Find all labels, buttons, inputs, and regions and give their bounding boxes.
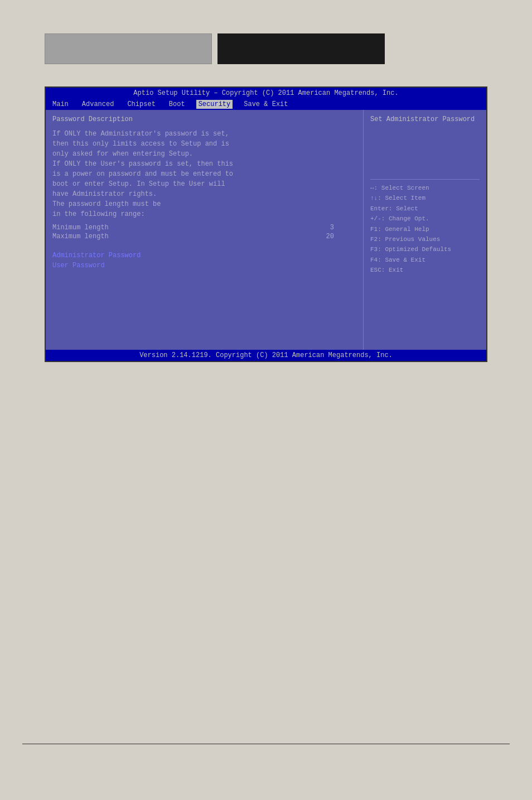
help-f3: F3: Optimized Defaults bbox=[370, 245, 480, 254]
menu-item-main[interactable]: Main bbox=[50, 100, 71, 109]
help-esc: ESC: Exit bbox=[370, 266, 480, 274]
description-text: If ONLY the Administrator's password is … bbox=[52, 129, 356, 219]
top-left-bar bbox=[45, 33, 212, 64]
section-title: Password Description bbox=[52, 115, 356, 123]
desc-line-2: only asked for when entering Setup. bbox=[52, 150, 193, 158]
menu-item-boot[interactable]: Boot bbox=[167, 100, 187, 109]
param-max-value: 20 bbox=[326, 233, 334, 240]
desc-line-1: then this only limits access to Setup an… bbox=[52, 140, 229, 148]
desc-line-6: have Administrator rights. bbox=[52, 190, 157, 198]
bios-titlebar: Aptio Setup Utility – Copyright (C) 2011… bbox=[46, 88, 486, 99]
desc-line-8: in the following range: bbox=[52, 210, 145, 218]
menu-item-advanced[interactable]: Advanced bbox=[80, 100, 117, 109]
bios-container: Aptio Setup Utility – Copyright (C) 2011… bbox=[45, 86, 487, 362]
footer-text: Version 2.14.1219. Copyright (C) 2011 Am… bbox=[139, 351, 393, 359]
help-f2: F2: Previous Values bbox=[370, 235, 480, 244]
param-max-length: Maximum length 20 bbox=[52, 233, 356, 240]
help-change-opt: +/-: Change Opt. bbox=[370, 215, 480, 223]
param-min-length: Minimum length 3 bbox=[52, 224, 356, 232]
menu-item-chipset[interactable]: Chipset bbox=[125, 100, 157, 109]
menu-item-security[interactable]: Security bbox=[196, 100, 233, 109]
param-min-label: Minimum length bbox=[52, 224, 109, 232]
help-enter-select: Enter: Select bbox=[370, 205, 480, 213]
help-select-item: ↑↓: Select Item bbox=[370, 194, 480, 203]
bottom-divider bbox=[22, 744, 510, 744]
desc-line-3: If ONLY the User's password is set, then… bbox=[52, 160, 233, 168]
password-links: Administrator Password User Password bbox=[52, 252, 356, 269]
page-wrapper: Aptio Setup Utility – Copyright (C) 2011… bbox=[0, 0, 532, 800]
desc-line-4: is a power on password and must be enter… bbox=[52, 170, 233, 178]
desc-line-5: boot or enter Setup. In Setup the User w… bbox=[52, 180, 225, 188]
right-panel: Set Administrator Password ↔: Select Scr… bbox=[364, 110, 486, 350]
help-select-screen: ↔: Select Screen bbox=[370, 184, 480, 192]
bios-title: Aptio Setup Utility – Copyright (C) 2011… bbox=[133, 89, 398, 97]
right-panel-title: Set Administrator Password bbox=[370, 115, 480, 123]
desc-line-7: The password length must be bbox=[52, 200, 161, 208]
menu-item-save-exit[interactable]: Save & Exit bbox=[241, 100, 290, 109]
top-right-bar bbox=[217, 33, 385, 64]
right-divider bbox=[370, 179, 480, 180]
help-f4: F4: Save & Exit bbox=[370, 256, 480, 264]
param-min-value: 3 bbox=[330, 224, 334, 232]
desc-line-0: If ONLY the Administrator's password is … bbox=[52, 130, 229, 138]
user-password-link[interactable]: User Password bbox=[52, 262, 356, 269]
bios-footer: Version 2.14.1219. Copyright (C) 2011 Am… bbox=[46, 350, 486, 361]
bios-main-content: Password Description If ONLY the Adminis… bbox=[46, 110, 486, 350]
admin-password-link[interactable]: Administrator Password bbox=[52, 252, 356, 259]
bios-menubar: Main Advanced Chipset Boot Security Save… bbox=[46, 99, 486, 110]
left-panel: Password Description If ONLY the Adminis… bbox=[46, 110, 364, 350]
param-max-label: Maximum length bbox=[52, 233, 109, 240]
help-f1: F1: General Help bbox=[370, 225, 480, 234]
top-image-area bbox=[0, 0, 532, 75]
